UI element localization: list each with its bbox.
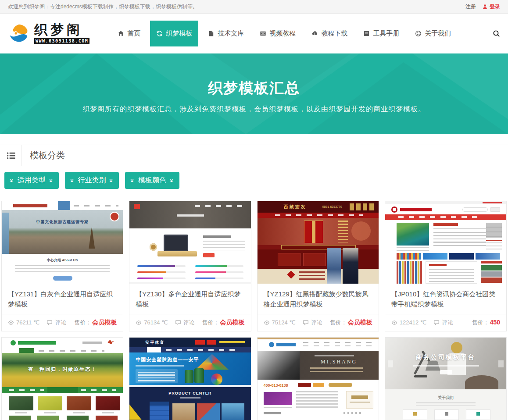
mock-product-photo bbox=[67, 396, 91, 410]
template-title[interactable]: 【YZ129】红黑搭配藏族少数民族风格企业通用织梦模板 bbox=[258, 284, 379, 314]
mock-nav-chip bbox=[58, 201, 70, 210]
mock-nav-links bbox=[74, 205, 118, 206]
template-card-yz127[interactable]: 安平体育 中国安全塑胶跑道——安平 PRODUCT CENTER bbox=[129, 337, 251, 420]
nav-item-templates[interactable]: 织梦模板 bbox=[150, 21, 198, 46]
template-screenshot[interactable]: 有一种回归，叫做原生态！ bbox=[2, 338, 123, 420]
mock-heading: 中心介绍 About US bbox=[2, 258, 123, 263]
mock-caption-bar bbox=[264, 407, 292, 408]
mock-phone: 400-013-0138 bbox=[264, 383, 288, 388]
mock-hero-text: 商务公司模板平台 bbox=[385, 353, 506, 361]
logo-title: 织梦阁 bbox=[34, 23, 89, 36]
nav-item-home[interactable]: 首页 bbox=[111, 21, 147, 46]
login-label: 登录 bbox=[490, 3, 500, 11]
filter-usage-type-button[interactable]: »适用类型» bbox=[4, 172, 59, 189]
mock-logo-text bbox=[18, 341, 56, 345]
search-button[interactable] bbox=[493, 30, 500, 37]
card-meta: 76211 ℃ 评论 售价：会员模板 bbox=[2, 314, 123, 331]
register-link[interactable]: 注册 bbox=[465, 3, 476, 11]
mock-progress bbox=[137, 278, 186, 279]
document-icon bbox=[208, 30, 215, 37]
mock-lamp-base bbox=[414, 375, 427, 377]
template-title[interactable]: 【JP010】红色资讯协会商会社团类带手机端织梦模板 bbox=[385, 284, 506, 314]
mock-logo bbox=[134, 204, 140, 209]
template-card-yz130[interactable]: 【YZ130】多色企业通用自适应织梦模板 76134 ℃ 评论 售价：会员模板 bbox=[129, 201, 251, 331]
mock-nav-links bbox=[303, 345, 372, 346]
comments-link[interactable]: 评论 bbox=[303, 319, 322, 327]
mock-badge bbox=[313, 383, 324, 387]
template-title[interactable]: 【YZ130】多色企业通用自适应织梦模板 bbox=[129, 284, 250, 314]
card-meta: 122412 ℃ 评论 售价：450 bbox=[385, 314, 506, 331]
mock-heading: 关于我们 bbox=[385, 395, 506, 400]
login-link[interactable]: 登录 bbox=[482, 3, 500, 11]
nav-item-tutorial-downloads[interactable]: 教程下载 bbox=[305, 21, 354, 46]
topbar: 欢迎您到织梦阁：专注dedecms模板下载制作，织梦模板下载，织梦模板仿制等。 … bbox=[0, 0, 508, 14]
mock-coffee bbox=[150, 243, 157, 251]
mock-progress bbox=[195, 278, 243, 279]
template-card-yz131[interactable]: 中国文化旅游古建运营专家 中心介绍 About US 【YZ131】白灰色企业通… bbox=[1, 201, 123, 331]
mock-button bbox=[53, 276, 72, 281]
template-card-yz129[interactable]: 西藏宏发 0891-6353770 【YZ129】红 bbox=[257, 201, 379, 331]
card-meta: 76134 ℃ 评论 售价：会员模板 bbox=[129, 314, 250, 331]
template-title[interactable]: 【YZ131】白灰色企业通用自适应织梦模板 bbox=[2, 284, 123, 314]
site-header: 织梦阁 WWW.63091138.COM 首页 织梦模板 技术文库 视频教程 教… bbox=[0, 14, 508, 53]
mock-badge bbox=[298, 383, 311, 387]
template-card-yz126[interactable]: MI.SHANG 400-013-0138 【YZ126】黑色婚纱摄影工作室影楼… bbox=[257, 337, 379, 420]
chevron-down-icon: » bbox=[108, 179, 114, 182]
filter-color-button[interactable]: »模板颜色» bbox=[125, 172, 179, 189]
nav-item-tech-library[interactable]: 技术文库 bbox=[202, 21, 250, 46]
logo-mark-icon bbox=[8, 23, 30, 45]
template-screenshot[interactable]: 安平体育 中国安全塑胶跑道——安平 PRODUCT CENTER bbox=[129, 338, 250, 420]
comments-link[interactable]: 评论 bbox=[433, 319, 453, 327]
template-card-yz125[interactable]: 商务公司模板平台 关于我们 【YZ125】灰色精致大气企业通用自适应织梦模板 bbox=[385, 337, 507, 420]
mock-logo-ring bbox=[391, 206, 397, 213]
mock-vertical-text bbox=[338, 221, 348, 242]
mock-logo-bar bbox=[13, 204, 47, 207]
comments-link[interactable]: 评论 bbox=[175, 319, 195, 327]
mock-logo-text bbox=[276, 343, 296, 346]
mock-search-box bbox=[462, 207, 488, 212]
mock-nav-links bbox=[398, 216, 482, 218]
mock-phone-bar bbox=[82, 342, 102, 344]
comment-icon bbox=[303, 320, 309, 326]
mock-product-photo bbox=[96, 396, 120, 410]
mock-red-chip bbox=[207, 340, 216, 345]
comments-link[interactable]: 评论 bbox=[47, 319, 66, 327]
nav-item-tool-manual[interactable]: 工具手册 bbox=[357, 21, 405, 46]
template-card-yz128[interactable]: 有一种回归，叫做原生态！ 【YZ128】绿色农业医药类带手机端织梦模板 bbox=[1, 337, 123, 420]
hero-subtitle: 织梦阁所有的织梦模板汇总，涉及到免费织梦模板，会员织梦模板，以及由织梦园开发的商… bbox=[0, 105, 508, 114]
template-screenshot[interactable]: 中国文化旅游古建运营专家 中心介绍 About US bbox=[2, 201, 123, 284]
mock-hands-photo bbox=[258, 351, 300, 380]
nav-item-about-us[interactable]: 关于我们 bbox=[409, 21, 457, 46]
mock-strip-button bbox=[47, 387, 78, 393]
hero-banner: 织梦模板汇总 织梦阁所有的织梦模板汇总，涉及到免费织梦模板，会员织梦模板，以及由… bbox=[0, 53, 508, 134]
chevron-down-icon: » bbox=[48, 179, 54, 182]
filter-industry-button[interactable]: »行业类别» bbox=[65, 172, 119, 189]
template-screenshot[interactable]: 商务公司模板平台 关于我们 bbox=[385, 338, 506, 420]
mock-brand: 西藏宏发 bbox=[284, 204, 307, 210]
mock-sidebar-header bbox=[150, 402, 169, 406]
mock-hero-subline bbox=[136, 365, 184, 367]
template-screenshot[interactable]: 西藏宏发 0891-6353770 bbox=[258, 201, 379, 284]
nav-label: 工具手册 bbox=[373, 29, 399, 38]
nav-item-video-tutorials[interactable]: 视频教程 bbox=[254, 21, 302, 46]
template-screenshot[interactable] bbox=[385, 201, 506, 284]
site-logo[interactable]: 织梦阁 WWW.63091138.COM bbox=[8, 23, 89, 45]
mock-sidebar-buttons bbox=[486, 223, 502, 238]
mock-heading-bar bbox=[203, 235, 231, 238]
mock-search-button bbox=[490, 207, 500, 212]
mock-text-lines bbox=[15, 265, 110, 273]
mock-photo bbox=[397, 223, 429, 246]
mock-hero-subline bbox=[413, 365, 479, 367]
mock-active-tab bbox=[147, 347, 161, 352]
mock-badge bbox=[329, 383, 352, 387]
section-bar: 模板分类 bbox=[0, 145, 508, 166]
film-icon bbox=[260, 30, 266, 37]
template-grid: 中国文化旅游古建运营专家 中心介绍 About US 【YZ131】白灰色企业通… bbox=[0, 189, 508, 420]
template-screenshot[interactable] bbox=[129, 201, 250, 284]
section-title: 模板分类 bbox=[22, 145, 65, 166]
mock-photo-strip bbox=[9, 416, 31, 420]
mock-product-photo bbox=[38, 396, 62, 410]
template-card-jp010[interactable]: 【JP010】红色资讯协会商会社团类带手机端织梦模板 122412 ℃ 评论 售… bbox=[385, 201, 507, 331]
mock-progress bbox=[137, 265, 186, 267]
template-screenshot[interactable]: MI.SHANG 400-013-0138 bbox=[258, 338, 379, 420]
